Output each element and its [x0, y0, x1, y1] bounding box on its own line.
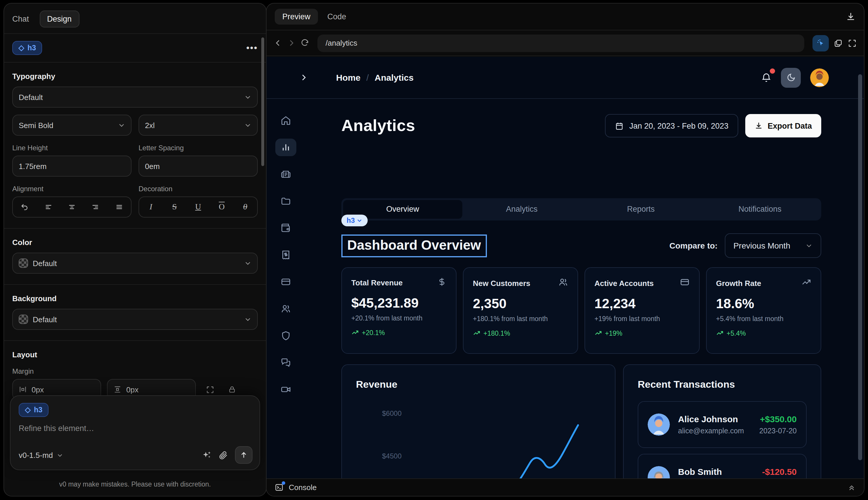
trend-up-icon	[351, 329, 359, 336]
chevron-down-icon	[244, 260, 251, 267]
rail-analytics-icon[interactable]	[275, 139, 296, 156]
typography-section-label: Typography	[12, 72, 258, 81]
transaction-amount: +$350.00	[759, 414, 797, 424]
notifications-bell-icon[interactable]	[761, 72, 772, 83]
color-select[interactable]: Default	[12, 253, 258, 274]
sparkles-icon[interactable]	[202, 450, 211, 459]
tab-chat[interactable]: Chat	[12, 15, 29, 23]
sidebar-toggle-icon[interactable]	[299, 73, 308, 82]
disclaimer-text: v0 may make mistakes. Please use with di…	[4, 481, 266, 488]
inspected-element-tag[interactable]: h3	[342, 215, 368, 226]
margin-vertical-icon	[113, 385, 121, 394]
divider	[4, 62, 266, 62]
chevron-down-icon	[244, 122, 251, 129]
tab-design[interactable]: Design	[39, 11, 79, 27]
refine-composer: h3 Refine this element… v0-1.5-md	[10, 395, 260, 470]
tab-code[interactable]: Code	[327, 12, 346, 21]
download-icon	[755, 122, 763, 130]
paperclip-icon[interactable]	[219, 450, 228, 459]
date-range-picker[interactable]: Jan 20, 2023 - Feb 09, 2023	[605, 114, 738, 137]
send-button[interactable]	[235, 446, 253, 464]
console-bar[interactable]: Console	[267, 478, 864, 496]
transaction-row[interactable]: Alice Johnson alice@example.com +$350.00…	[638, 401, 807, 448]
selected-element-chip[interactable]: h3	[12, 41, 42, 55]
section-heading-selected[interactable]: Dashboard Overview	[342, 234, 487, 257]
fullscreen-icon[interactable]	[847, 38, 857, 48]
underline-icon[interactable]: U	[190, 199, 206, 215]
chevron-down-icon	[244, 93, 251, 101]
design-sidebar: Chat Design h3 ••• Typography Default Se…	[3, 3, 267, 497]
font-weight-select[interactable]: Semi Bold	[12, 115, 131, 136]
rail-home-icon[interactable]	[275, 112, 296, 129]
inspect-cursor-icon[interactable]	[812, 35, 829, 51]
composer-element-chip[interactable]: h3	[19, 403, 48, 417]
preview-scrollbar[interactable]	[858, 74, 862, 460]
refine-input[interactable]: Refine this element…	[19, 424, 251, 433]
more-options-icon[interactable]: •••	[246, 43, 258, 53]
user-avatar[interactable]	[810, 68, 829, 87]
page-title: Analytics	[342, 116, 415, 135]
align-justify-icon[interactable]	[111, 199, 127, 215]
diamond-icon	[18, 45, 25, 51]
rail-messages-icon[interactable]	[275, 354, 296, 371]
line-height-label: Line Height	[12, 144, 131, 152]
rail-folder-icon[interactable]	[275, 192, 296, 210]
dashboard-main: Analytics Jan 20, 2023 - Feb 09, 2023 Ex…	[342, 99, 821, 478]
diamond-icon	[25, 407, 31, 413]
transaction-amount: -$120.50	[759, 467, 797, 477]
no-decoration-icon[interactable]: 0	[237, 199, 254, 215]
url-bar[interactable]: /analytics	[317, 34, 804, 52]
breadcrumb-home[interactable]: Home	[336, 72, 360, 82]
strikethrough-icon[interactable]: S	[166, 199, 183, 215]
refresh-icon[interactable]	[300, 38, 309, 47]
background-swatch	[19, 315, 28, 324]
v0-app-window: Chat Design h3 ••• Typography Default Se…	[0, 0, 868, 500]
letter-spacing-input[interactable]: 0em	[139, 156, 258, 177]
transactions-card: Recent Transactions Alice Johnson alice@…	[623, 364, 821, 478]
export-data-button[interactable]: Export Data	[745, 114, 821, 137]
back-icon[interactable]	[274, 38, 282, 47]
tab-reports[interactable]: Reports	[581, 200, 701, 219]
rail-credit-card-icon[interactable]	[275, 273, 296, 291]
trend-up-icon	[594, 329, 602, 337]
rail-video-icon[interactable]	[275, 381, 296, 398]
compare-label: Compare to:	[670, 241, 718, 250]
revenue-line-chart	[342, 365, 616, 478]
overline-icon[interactable]: O	[213, 199, 230, 215]
align-center-icon[interactable]	[64, 199, 80, 215]
tab-notifications[interactable]: Notifications	[701, 200, 820, 219]
copy-pages-icon[interactable]	[834, 38, 843, 48]
reset-alignment-icon[interactable]	[16, 199, 33, 215]
rail-wallet-icon[interactable]	[275, 219, 296, 237]
divider	[4, 340, 266, 341]
transaction-row[interactable]: Bob Smith bob@example.com -$120.50 2023-…	[638, 454, 807, 478]
dashboard-header: Home / Analytics	[267, 57, 864, 99]
tab-analytics[interactable]: Analytics	[462, 200, 582, 219]
forward-icon[interactable]	[287, 38, 296, 47]
compare-select[interactable]: Previous Month	[725, 233, 821, 258]
rail-news-icon[interactable]	[275, 166, 296, 183]
stat-card-growth-rate: Growth Rate 18.6% +5.4% from last month …	[706, 267, 821, 354]
line-height-input[interactable]: 1.75rem	[12, 156, 131, 177]
rail-shield-icon[interactable]	[275, 327, 296, 344]
chevron-down-icon	[806, 242, 812, 249]
rail-users-icon[interactable]	[275, 300, 296, 318]
letter-spacing-label: Letter Spacing	[139, 144, 258, 152]
tab-preview[interactable]: Preview	[275, 9, 318, 25]
sidebar-scrollbar[interactable]	[261, 37, 264, 166]
font-size-select[interactable]: 2xl	[139, 115, 258, 136]
credit-card-icon	[680, 277, 690, 289]
transactions-title: Recent Transactions	[624, 365, 821, 391]
rail-receipt-icon[interactable]	[275, 246, 296, 264]
font-select[interactable]: Default	[12, 87, 258, 107]
preview-viewport: Home / Analytics	[267, 57, 864, 478]
chevron-down-icon	[56, 452, 63, 458]
dark-mode-toggle[interactable]	[781, 68, 801, 88]
italic-icon[interactable]: I	[143, 199, 159, 215]
align-left-icon[interactable]	[40, 199, 56, 215]
background-select[interactable]: Default	[12, 309, 258, 330]
expand-console-icon[interactable]	[847, 483, 856, 491]
model-selector[interactable]: v0-1.5-md	[19, 451, 63, 459]
download-icon[interactable]	[846, 12, 856, 22]
align-right-icon[interactable]	[88, 199, 104, 215]
